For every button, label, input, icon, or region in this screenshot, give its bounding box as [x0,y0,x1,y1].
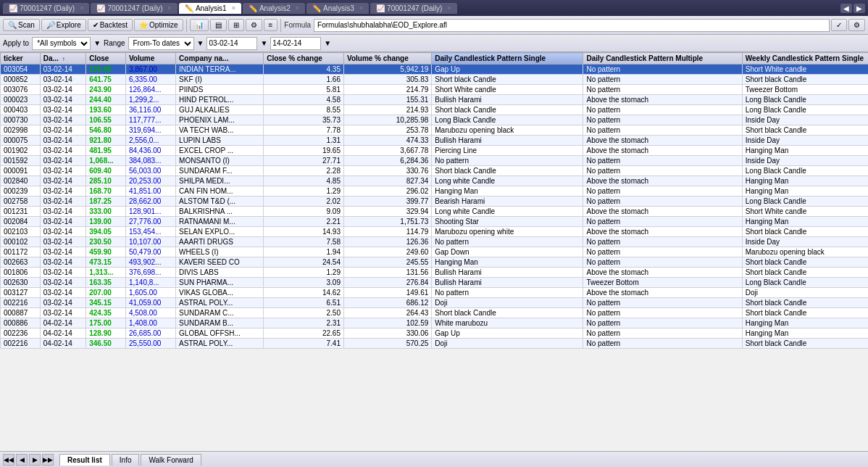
more-button[interactable]: ≡ [264,19,278,31]
table-container[interactable]: ticker Da... ↑ Close Volume Company na..… [0,52,868,451]
tab-analysis3[interactable]: ✏️ Analysis3 × [306,3,369,14]
range-type-select[interactable]: From-To dates [128,37,194,50]
backtest-button[interactable]: ✔ Backtest [88,19,133,31]
symbols-select[interactable]: *All symbols [32,37,91,50]
cell-company: BALKRISHNA ... [176,207,264,217]
table-row[interactable]: 000239 03-02-14 168.70 41,851.00 CAN FIN… [1,186,869,197]
cell-weekly-single: Short black Candle [742,308,868,318]
cell-daily-multiple: Above the stomach [583,146,742,156]
table-row[interactable]: 000075 03-02-14 921.80 2,556,0... LUPIN … [1,136,869,146]
table-row[interactable]: 003054 03-02-14 125.95 3,867.00 INDIAN T… [1,65,869,75]
table-row[interactable]: 002236 04-02-14 128.90 26,685.00 GLOBAL … [1,328,869,339]
table-row[interactable]: 001172 03-02-14 459.90 50,479.00 WHEELS … [1,247,869,257]
table-row[interactable]: 002630 03-02-14 163.35 1,140,8... SUN PH… [1,278,869,288]
table-row[interactable]: 002216 03-02-14 345.15 41,059.00 ASTRAL … [1,298,869,308]
nav-fwd[interactable]: ▶ [29,454,41,466]
cell-daily-multiple: Above the stomach [583,268,742,278]
tab-analysis1[interactable]: ✏️ Analysis1 × [179,3,241,14]
tab-close-1[interactable]: × [80,4,83,12]
table-row[interactable]: 001902 03-02-14 481.95 84,436.00 EXCEL C… [1,146,869,156]
grid-button[interactable]: ⊞ [228,19,244,31]
table-row[interactable]: 000887 03-02-14 424.35 4,508.00 SUNDARAM… [1,308,869,318]
nav-prev[interactable]: ◀◀ [3,454,14,466]
cell-daily-single: Doji [432,298,583,308]
table-row[interactable]: 001806 03-02-14 1,313... 376,698... DIVI… [1,268,869,278]
tab-info[interactable]: Info [112,454,140,466]
formula-settings-button[interactable]: ⚙ [848,19,865,31]
tab-close-3[interactable]: × [232,4,235,12]
table-row[interactable]: 002663 03-02-14 473.15 493,902... KAVERI… [1,257,869,268]
cell-volume: 4,508.00 [125,308,175,318]
filter-icon[interactable]: ▼ [93,39,101,47]
col-header-ticker[interactable]: ticker [1,53,41,65]
table-row[interactable]: 003076 03-02-14 243.90 126,864... PIINDS… [1,85,869,95]
cell-company: PHOENIX LAM... [176,115,264,125]
table-row[interactable]: 000403 03-02-14 193.60 36,116.00 GUJ ALK… [1,105,869,115]
col-header-weekly-single[interactable]: Weekly Candlestick Pattern Single [742,53,868,65]
table-row[interactable]: 000730 03-02-14 106.55 117,777... PHOENI… [1,115,869,125]
cell-vol-pct: 114.79 [343,227,431,237]
cell-company: RATNAMANI M... [176,217,264,227]
col-header-vol-pct[interactable]: Volume % change [343,53,431,65]
tab-close-5[interactable]: × [359,4,363,12]
chart-type-button[interactable]: 📊 [190,19,209,31]
table-row[interactable]: 000091 03-02-14 609.40 56,003.00 SUNDARA… [1,166,869,176]
cell-daily-single: White marubozu [432,318,583,328]
date-to-input[interactable] [270,37,321,50]
nav-back[interactable]: ◀ [16,454,28,466]
formula-ok-button[interactable]: ✓ [831,19,847,31]
cell-date: 03-02-14 [40,268,85,278]
settings-button[interactable]: ⚙ [246,19,262,31]
table-row[interactable]: 002840 03-02-14 285.10 20,253.00 SHILPA … [1,176,869,186]
tab-analysis2[interactable]: ✏️ Analysis2 × [243,3,305,14]
cell-volume: 36,116.00 [125,105,175,115]
cell-daily-multiple: No pattern [583,237,742,247]
tab-70001247-1[interactable]: 📈 70001247 (Daily) × [3,3,89,14]
date-from-input[interactable] [206,37,257,50]
table-row[interactable]: 001592 03-02-14 1,068... 384,083... MONS… [1,156,869,166]
date-dropdown-icon[interactable]: ▼ [324,39,331,47]
col-header-daily-multiple[interactable]: Daily Candlestick Pattern Multiple [583,53,742,65]
table-row[interactable]: 003127 03-02-14 207.00 1,605.00 VIKAS GL… [1,288,869,298]
cell-close: 244.40 [86,95,126,105]
tab-close-4[interactable]: × [296,4,299,12]
table-row[interactable]: 002084 03-02-14 139.00 27,776.00 RATNAMA… [1,217,869,227]
tab-walk-forward[interactable]: Walk Forward [141,454,201,466]
cell-daily-single: No pattern [432,237,583,247]
table-row[interactable]: 002758 03-02-14 187.25 28,662.00 ALSTOM … [1,197,869,207]
cell-weekly-single: Hanging Man [742,186,868,197]
table-row[interactable]: 002103 03-02-14 394.05 153,454... SELAN … [1,227,869,237]
col-header-company[interactable]: Company na... [176,53,264,65]
explore-button[interactable]: 🔎 Explore [41,19,86,31]
scan-button[interactable]: 🔍 Scan [3,19,40,31]
table-row[interactable]: 001231 03-02-14 333.00 128,901... BALKRI… [1,207,869,217]
cell-ticker: 000403 [1,105,41,115]
cell-close: 481.95 [86,146,126,156]
col-header-daily-single[interactable]: Daily Candlestick Pattern Single [432,53,583,65]
cell-daily-multiple: No pattern [583,247,742,257]
col-header-close[interactable]: Close [86,53,126,65]
table-row[interactable]: 000102 03-02-14 230.50 10,107.00 AAARTI … [1,237,869,247]
nav-right[interactable]: ▶ [854,4,865,13]
col-header-close-pct[interactable]: Close % change [264,53,344,65]
optimize-button[interactable]: ⭐ Optimize [134,19,183,31]
tab-70001247-2[interactable]: 📈 70001247 (Daily) × [91,3,177,14]
table-row[interactable]: 002216 04-02-14 346.50 25,550.00 ASTRAL … [1,339,869,349]
tab-close-2[interactable]: × [168,4,172,12]
formula-input[interactable] [314,19,830,32]
table-row[interactable]: 000023 03-02-14 244.40 1,299,2... HIND P… [1,95,869,105]
tab-70001247-3[interactable]: 📈 70001247 (Daily) × [370,3,456,14]
nav-last[interactable]: ▶▶ [42,454,54,466]
tab-close-6[interactable]: × [447,4,451,12]
layout-button[interactable]: ▤ [210,19,227,31]
col-header-date[interactable]: Da... ↑ [40,53,85,65]
table-row[interactable]: 002998 03-02-14 546.80 319,694... VA TEC… [1,125,869,136]
col-header-volume[interactable]: Volume [125,53,175,65]
tab-result-list[interactable]: Result list [59,454,110,466]
filter-bar: Apply to *All symbols ▼ Range From-To da… [0,35,868,52]
cell-vol-pct: 330.06 [343,328,431,339]
table-row[interactable]: 000852 03-02-14 641.75 6,335.00 SKF (I) … [1,75,869,85]
table-row[interactable]: 000886 04-02-14 175.00 1,408.00 SUNDARAM… [1,318,869,328]
cell-company: CAN FIN HOM... [176,186,264,197]
nav-left[interactable]: ◀ [840,4,852,13]
